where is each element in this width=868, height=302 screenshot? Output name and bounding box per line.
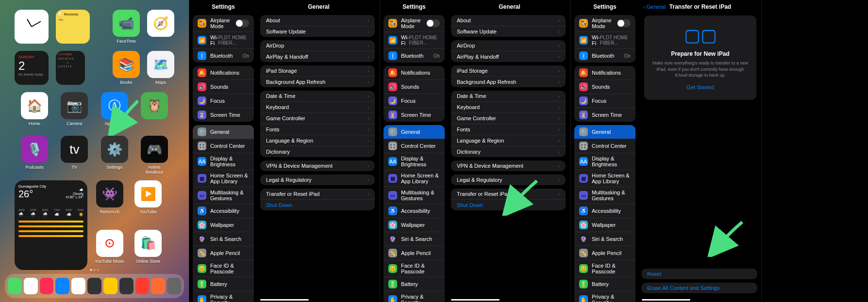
- sidebar-siri[interactable]: 🔮Siri & Search: [384, 232, 445, 246]
- sidebar-privacy[interactable]: ✋Privacy & Security: [193, 291, 254, 302]
- sidebar-wallpaper[interactable]: 🌸Wallpaper: [193, 218, 254, 232]
- sidebar-sounds[interactable]: 🔊Sounds: [574, 80, 635, 94]
- app-home[interactable]: 🏠Home: [19, 92, 50, 126]
- dock-music[interactable]: [40, 278, 54, 294]
- sidebar-battery[interactable]: 🔋Battery: [574, 277, 635, 291]
- sidebar-airplane[interactable]: ✈️Airplane Mode: [193, 15, 254, 32]
- get-started-button[interactable]: Get Started: [650, 84, 751, 90]
- sidebar-battery[interactable]: 🔋Battery: [384, 277, 445, 291]
- row-legal[interactable]: Legal & Regulatory›: [451, 175, 566, 185]
- sidebar-controlcenter[interactable]: 🎛️Control Center: [193, 139, 254, 153]
- row-airplay[interactable]: AirPlay & Handoff›: [260, 51, 375, 62]
- sidebar-general[interactable]: ⚙️General: [574, 125, 635, 139]
- sidebar-sounds[interactable]: 🔊Sounds: [193, 80, 254, 94]
- sidebar-privacy[interactable]: ✋Privacy & Security: [574, 291, 635, 302]
- row-dictionary[interactable]: Dictionary›: [451, 146, 566, 157]
- sidebar-accessibility[interactable]: ♿Accessibility: [193, 204, 254, 218]
- app-appstore[interactable]: ⒶApp Store: [100, 92, 130, 126]
- sidebar-screentime[interactable]: ⏳Screen Time: [574, 108, 635, 122]
- sidebar-homescreen[interactable]: ▦Home Screen & App Library: [193, 170, 254, 187]
- row-datetime[interactable]: Date & Time›: [260, 91, 375, 102]
- dock-folder1[interactable]: [87, 278, 101, 294]
- row-shutdown[interactable]: Shut Down: [451, 200, 566, 210]
- sidebar-faceid[interactable]: 😐Face ID & Passcode: [574, 260, 635, 277]
- app-tv[interactable]: tvTV: [59, 136, 89, 175]
- sidebar-accessibility[interactable]: ♿Accessibility: [384, 204, 445, 218]
- dock-app1[interactable]: [135, 278, 150, 294]
- sidebar-multitasking[interactable]: ▭Multitasking & Gestures: [574, 187, 635, 204]
- row-keyboard[interactable]: Keyboard›: [260, 102, 375, 113]
- row-software[interactable]: Software Update›: [260, 26, 375, 37]
- sidebar-pencil[interactable]: ✏️Apple Pencil: [193, 246, 254, 260]
- app-retroarch[interactable]: 👾RetroArch: [95, 180, 124, 221]
- sidebar-sounds[interactable]: 🔊Sounds: [384, 80, 445, 94]
- dock-messages[interactable]: [8, 278, 22, 294]
- app-books[interactable]: 📚Books: [113, 51, 140, 85]
- sidebar-homescreen[interactable]: ▦Home Screen & App Library: [384, 170, 445, 187]
- sidebar-notifications[interactable]: 🔔Notifications: [384, 66, 445, 80]
- sidebar-bluetooth[interactable]: ᛒBluetoothOn: [193, 49, 254, 63]
- row-software[interactable]: Software Update›: [451, 26, 566, 37]
- row-bgrefresh[interactable]: Background App Refresh›: [260, 77, 375, 87]
- sidebar-focus[interactable]: 🌙Focus: [193, 94, 254, 108]
- dock-safari[interactable]: [24, 278, 38, 294]
- calendar-widget[interactable]: SUNDAY 2 No events today: [15, 51, 49, 85]
- app-maps[interactable]: 🗺️Maps: [147, 51, 174, 85]
- dock-folder2[interactable]: [167, 278, 181, 294]
- sidebar-accessibility[interactable]: ♿Accessibility: [574, 204, 635, 218]
- app-facetime[interactable]: 📹FaceTime: [113, 10, 140, 44]
- row-language[interactable]: Language & Region›: [451, 135, 566, 146]
- airplane-toggle[interactable]: [235, 19, 249, 27]
- back-button[interactable]: ‹ General: [643, 4, 666, 10]
- sidebar-wifi[interactable]: 📶Wi-FiPLDT HOME FIBER...: [574, 32, 635, 49]
- row-fonts[interactable]: Fonts›: [451, 124, 566, 135]
- weather-widget[interactable]: Dumaguete City 26° ☁️CloudyH:30° L:24° 4…: [15, 180, 87, 270]
- row-reset[interactable]: Reset: [641, 269, 757, 279]
- dock-notes[interactable]: [103, 278, 117, 294]
- app-youtube[interactable]: ▶️YouTube: [133, 180, 163, 221]
- sidebar-multitasking[interactable]: ▭Multitasking & Gestures: [384, 187, 445, 204]
- sidebar-wifi[interactable]: 📶Wi-FiPLDT HOME FIBER...: [193, 32, 254, 49]
- dock-settings[interactable]: [119, 278, 134, 294]
- row-erase-all[interactable]: Erase All Content and Settings: [641, 283, 757, 293]
- app-duolingo[interactable]: 🦉: [139, 92, 169, 126]
- dock-mail[interactable]: [55, 278, 69, 294]
- row-about[interactable]: About›: [260, 15, 375, 26]
- app-anime[interactable]: 🎮Anime Breakout: [139, 136, 169, 175]
- sidebar-focus[interactable]: 🌙Focus: [384, 94, 445, 108]
- sidebar-controlcenter[interactable]: 🎛️Control Center: [574, 139, 635, 153]
- row-keyboard[interactable]: Keyboard›: [451, 102, 566, 113]
- row-about[interactable]: About›: [451, 15, 566, 26]
- dock-calendar[interactable]: [71, 278, 85, 294]
- sidebar-notifications[interactable]: 🔔Notifications: [193, 66, 254, 80]
- app-safari[interactable]: 🧭: [147, 10, 174, 44]
- sidebar-focus[interactable]: 🌙Focus: [574, 94, 635, 108]
- sidebar-faceid[interactable]: 😐Face ID & Passcode: [193, 260, 254, 277]
- row-vpn[interactable]: VPN & Device Management›: [451, 160, 566, 171]
- sidebar-notifications[interactable]: 🔔Notifications: [574, 66, 635, 80]
- sidebar-display[interactable]: AADisplay & Brightness: [574, 153, 635, 170]
- row-datetime[interactable]: Date & Time›: [451, 91, 566, 102]
- sidebar-airplane[interactable]: ✈️Airplane Mode: [574, 15, 635, 32]
- row-storage[interactable]: iPad Storage›: [260, 65, 375, 77]
- sidebar-wallpaper[interactable]: 🌸Wallpaper: [384, 218, 445, 232]
- notes-widget[interactable]: 📝 Reminds PM: [56, 10, 90, 44]
- sidebar-display[interactable]: AADisplay & Brightness: [193, 153, 254, 170]
- sidebar-wifi[interactable]: 📶Wi-FiPLDT HOME FIBER...: [384, 32, 445, 49]
- sidebar-siri[interactable]: 🔮Siri & Search: [193, 232, 254, 246]
- row-shutdown[interactable]: Shut Down: [260, 200, 375, 210]
- sidebar-battery[interactable]: 🔋Battery: [193, 277, 254, 291]
- row-legal[interactable]: Legal & Regulatory›: [260, 175, 375, 185]
- sidebar-display[interactable]: AADisplay & Brightness: [384, 153, 445, 170]
- row-vpn[interactable]: VPN & Device Management›: [260, 160, 375, 171]
- sidebar-general[interactable]: ⚙️General: [193, 125, 254, 139]
- sidebar-screentime[interactable]: ⏳Screen Time: [193, 108, 254, 122]
- sidebar-bluetooth[interactable]: ᛒBluetoothOn: [574, 49, 635, 63]
- sidebar-multitasking[interactable]: ▭Multitasking & Gestures: [193, 187, 254, 204]
- app-settings[interactable]: ⚙️Settings: [100, 136, 130, 175]
- row-transfer[interactable]: Transfer or Reset iPad›: [451, 189, 566, 200]
- sidebar-siri[interactable]: 🔮Siri & Search: [574, 232, 635, 246]
- row-storage[interactable]: iPad Storage›: [451, 65, 566, 77]
- sidebar-airplane[interactable]: ✈️Airplane Mode: [384, 15, 445, 32]
- sidebar-faceid[interactable]: 😐Face ID & Passcode: [384, 260, 445, 277]
